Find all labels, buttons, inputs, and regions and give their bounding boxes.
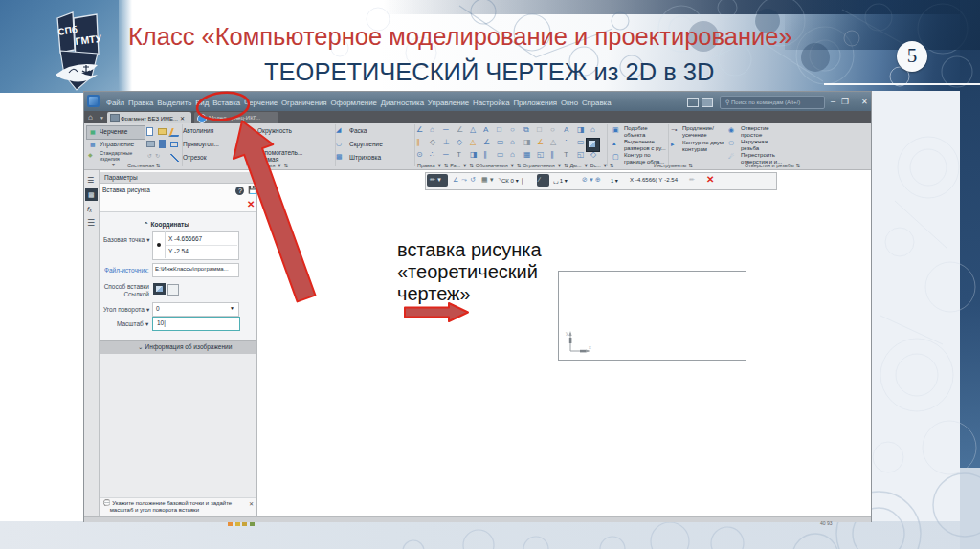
svg-text:x: x [589,344,591,350]
svg-text:y: y [566,330,568,336]
